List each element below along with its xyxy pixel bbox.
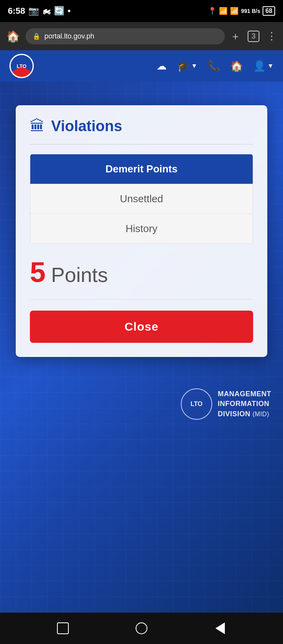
more-options-button[interactable]: ⋮	[266, 30, 277, 42]
mid-logo: LTO MANAGEMENTINFORMATIONDIVISION (MID)	[181, 388, 271, 420]
tab-history[interactable]: History	[30, 214, 253, 243]
points-number: 5	[30, 258, 46, 286]
browser-home-button[interactable]: 🏠	[6, 30, 20, 43]
close-button[interactable]: Close	[30, 311, 253, 343]
phone-nav-icon[interactable]: 📞	[208, 60, 220, 72]
site-header: LTO ☁ 🎓 ▼ 📞 🏠 👤 ▼	[0, 50, 283, 82]
lock-icon: 🔒	[33, 33, 40, 40]
new-tab-button[interactable]: ＋	[230, 29, 241, 43]
mid-logo-circle: LTO	[181, 388, 212, 420]
tab-unsettled[interactable]: Unsettled	[30, 184, 253, 214]
time-display: 6:58	[8, 6, 25, 16]
violations-card: 🏛 Violations Demerit Points Unsettled Hi…	[16, 105, 267, 357]
battery-icon: 68	[263, 6, 275, 16]
services-nav-icon[interactable]: 🎓 ▼	[177, 60, 197, 72]
cloud-nav-icon[interactable]: ☁	[156, 60, 167, 72]
camera-icon: 📷	[28, 6, 39, 16]
bottom-divider	[30, 299, 253, 300]
status-right: 📍 📶 📶 991 B/s 68	[208, 6, 275, 16]
points-section: 5 Points	[30, 258, 253, 287]
modal-overlay: 🏛 Violations Demerit Points Unsettled Hi…	[0, 82, 283, 381]
lto-logo: LTO	[9, 54, 34, 78]
tabs-container: Demerit Points Unsettled History	[30, 154, 253, 244]
dot-indicator: •	[68, 6, 71, 16]
nav-icons: ☁ 🎓 ▼ 📞 🏠 👤 ▼	[46, 60, 274, 72]
url-display: portal.lto.gov.ph	[44, 32, 94, 40]
back-button[interactable]	[212, 620, 228, 636]
main-content: 🏛 Violations Demerit Points Unsettled Hi…	[0, 82, 283, 613]
system-nav	[0, 613, 283, 644]
bike-icon: 🏍	[42, 6, 51, 16]
card-title-text: Violations	[51, 118, 122, 135]
points-label: Points	[51, 263, 108, 287]
address-bar[interactable]: 🔒 portal.lto.gov.ph	[26, 28, 225, 44]
bank-icon: 🏛	[30, 118, 45, 135]
tab-demerit-points[interactable]: Demerit Points	[30, 154, 253, 184]
location-icon: 📍	[208, 7, 217, 15]
tab-count[interactable]: 3	[248, 31, 259, 42]
status-left: 6:58 📷 🏍 🔄 •	[8, 6, 71, 16]
browser-chrome: 🏠 🔒 portal.lto.gov.ph ＋ 3 ⋮	[0, 22, 283, 50]
browser-actions: ＋ 3 ⋮	[230, 29, 277, 43]
points-display: 5 Points	[30, 258, 253, 287]
home-nav-icon[interactable]: 🏠	[230, 60, 243, 72]
sync-icon: 🔄	[54, 6, 64, 16]
recent-apps-button[interactable]	[55, 620, 71, 636]
status-bar: 6:58 📷 🏍 🔄 • 📍 📶 📶 991 B/s 68	[0, 0, 283, 22]
mid-text: MANAGEMENTINFORMATIONDIVISION (MID)	[218, 389, 271, 419]
user-nav-icon[interactable]: 👤 ▼	[253, 60, 274, 72]
wifi-icon: 📶	[219, 7, 228, 15]
footer-area: LTO MANAGEMENTINFORMATIONDIVISION (MID)	[0, 381, 283, 435]
signal-icon: 📶	[230, 7, 239, 15]
card-title: 🏛 Violations	[30, 118, 253, 135]
home-button[interactable]	[134, 620, 149, 636]
title-divider	[30, 144, 253, 145]
speed-display: 991 B/s	[241, 8, 260, 14]
